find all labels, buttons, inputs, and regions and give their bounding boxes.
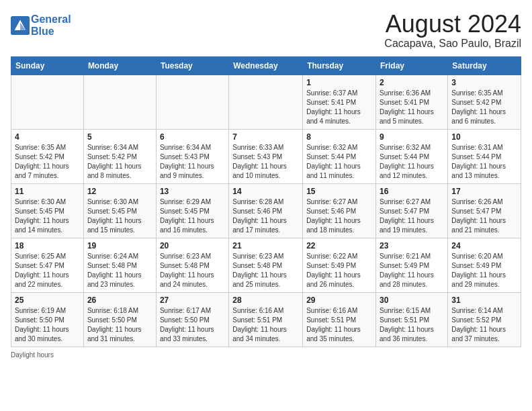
day-number: 4 (15, 132, 80, 142)
day-number: 7 (232, 132, 299, 142)
calendar-cell: 22Sunrise: 6:22 AMSunset: 5:49 PMDayligh… (303, 238, 376, 292)
calendar-cell: 21Sunrise: 6:23 AMSunset: 5:48 PMDayligh… (229, 238, 303, 292)
calendar-cell: 13Sunrise: 6:29 AMSunset: 5:45 PMDayligh… (156, 183, 228, 238)
header-day-monday: Monday (83, 56, 156, 75)
day-number: 29 (306, 295, 372, 305)
calendar-cell (83, 75, 156, 129)
day-number: 27 (160, 295, 225, 305)
location-subtitle: Cacapava, Sao Paulo, Brazil (384, 38, 521, 50)
day-number: 1 (306, 78, 372, 87)
calendar-header-row: SundayMondayTuesdayWednesdayThursdayFrid… (11, 56, 521, 75)
day-info: Sunrise: 6:30 AMSunset: 5:45 PMDaylight:… (87, 197, 152, 235)
day-info: Sunrise: 6:33 AMSunset: 5:43 PMDaylight:… (232, 143, 299, 181)
day-number: 30 (380, 295, 444, 305)
calendar-week-4: 18Sunrise: 6:25 AMSunset: 5:47 PMDayligh… (11, 238, 521, 292)
header-day-thursday: Thursday (303, 56, 376, 75)
day-info: Sunrise: 6:14 AMSunset: 5:52 PMDaylight:… (451, 306, 517, 344)
day-number: 24 (451, 241, 517, 250)
calendar-cell: 10Sunrise: 6:31 AMSunset: 5:44 PMDayligh… (448, 129, 521, 183)
day-info: Sunrise: 6:18 AMSunset: 5:50 PMDaylight:… (87, 306, 152, 344)
day-number: 5 (87, 132, 152, 142)
day-info: Sunrise: 6:35 AMSunset: 5:42 PMDaylight:… (15, 143, 80, 181)
calendar-cell: 30Sunrise: 6:15 AMSunset: 5:51 PMDayligh… (376, 292, 448, 347)
day-info: Sunrise: 6:25 AMSunset: 5:47 PMDaylight:… (15, 252, 80, 289)
day-info: Sunrise: 6:21 AMSunset: 5:49 PMDaylight:… (380, 252, 444, 289)
day-info: Sunrise: 6:15 AMSunset: 5:51 PMDaylight:… (380, 306, 444, 344)
calendar-cell: 27Sunrise: 6:17 AMSunset: 5:50 PMDayligh… (156, 292, 228, 347)
calendar-cell: 8Sunrise: 6:32 AMSunset: 5:44 PMDaylight… (303, 129, 376, 183)
calendar-cell: 18Sunrise: 6:25 AMSunset: 5:47 PMDayligh… (11, 238, 84, 292)
day-number: 18 (15, 241, 80, 250)
day-number: 28 (232, 295, 299, 305)
month-year-title: August 2024 (384, 11, 521, 38)
day-info: Sunrise: 6:32 AMSunset: 5:44 PMDaylight:… (380, 143, 444, 181)
day-info: Sunrise: 6:34 AMSunset: 5:43 PMDaylight:… (160, 143, 225, 181)
page-header: General Blue August 2024 Cacapava, Sao P… (11, 11, 521, 50)
calendar-cell: 20Sunrise: 6:23 AMSunset: 5:48 PMDayligh… (156, 238, 228, 292)
day-number: 23 (380, 241, 444, 250)
day-number: 13 (160, 187, 225, 196)
day-number: 20 (160, 241, 225, 250)
day-number: 17 (451, 187, 517, 196)
calendar-cell (229, 75, 303, 129)
calendar-cell (11, 75, 84, 129)
calendar-cell: 9Sunrise: 6:32 AMSunset: 5:44 PMDaylight… (376, 129, 448, 183)
day-number: 22 (306, 241, 372, 250)
calendar-cell: 14Sunrise: 6:28 AMSunset: 5:46 PMDayligh… (229, 183, 303, 238)
header-day-tuesday: Tuesday (156, 56, 228, 75)
day-number: 16 (380, 187, 444, 196)
calendar-cell: 29Sunrise: 6:16 AMSunset: 5:51 PMDayligh… (303, 292, 376, 347)
calendar-week-2: 4Sunrise: 6:35 AMSunset: 5:42 PMDaylight… (11, 129, 521, 183)
day-info: Sunrise: 6:23 AMSunset: 5:48 PMDaylight:… (232, 252, 299, 289)
day-info: Sunrise: 6:36 AMSunset: 5:41 PMDaylight:… (380, 89, 444, 126)
day-number: 6 (160, 132, 225, 142)
daylight-label: Daylight hours (11, 351, 54, 359)
day-number: 2 (380, 78, 444, 87)
calendar-cell: 28Sunrise: 6:16 AMSunset: 5:51 PMDayligh… (229, 292, 303, 347)
day-number: 21 (232, 241, 299, 250)
calendar-cell: 12Sunrise: 6:30 AMSunset: 5:45 PMDayligh… (83, 183, 156, 238)
header-day-sunday: Sunday (11, 56, 84, 75)
day-info: Sunrise: 6:24 AMSunset: 5:48 PMDaylight:… (87, 252, 152, 289)
day-info: Sunrise: 6:26 AMSunset: 5:47 PMDaylight:… (451, 197, 517, 235)
calendar-cell: 17Sunrise: 6:26 AMSunset: 5:47 PMDayligh… (448, 183, 521, 238)
calendar-cell: 2Sunrise: 6:36 AMSunset: 5:41 PMDaylight… (376, 75, 448, 129)
title-block: August 2024 Cacapava, Sao Paulo, Brazil (384, 11, 521, 50)
logo: General Blue (11, 13, 71, 37)
day-info: Sunrise: 6:17 AMSunset: 5:50 PMDaylight:… (160, 306, 225, 344)
calendar-cell (156, 75, 228, 129)
day-info: Sunrise: 6:19 AMSunset: 5:50 PMDaylight:… (15, 306, 80, 344)
day-number: 12 (87, 187, 152, 196)
day-info: Sunrise: 6:30 AMSunset: 5:45 PMDaylight:… (15, 197, 80, 235)
day-info: Sunrise: 6:16 AMSunset: 5:51 PMDaylight:… (232, 306, 299, 344)
day-number: 15 (306, 187, 372, 196)
calendar-cell: 24Sunrise: 6:20 AMSunset: 5:49 PMDayligh… (448, 238, 521, 292)
day-info: Sunrise: 6:29 AMSunset: 5:45 PMDaylight:… (160, 197, 225, 235)
day-info: Sunrise: 6:34 AMSunset: 5:42 PMDaylight:… (87, 143, 152, 181)
calendar-cell: 3Sunrise: 6:35 AMSunset: 5:42 PMDaylight… (448, 75, 521, 129)
footer: Daylight hours (11, 351, 521, 359)
calendar-week-1: 1Sunrise: 6:37 AMSunset: 5:41 PMDaylight… (11, 75, 521, 129)
calendar-cell: 25Sunrise: 6:19 AMSunset: 5:50 PMDayligh… (11, 292, 84, 347)
day-number: 3 (451, 78, 517, 87)
calendar-cell: 26Sunrise: 6:18 AMSunset: 5:50 PMDayligh… (83, 292, 156, 347)
day-info: Sunrise: 6:27 AMSunset: 5:46 PMDaylight:… (306, 197, 372, 235)
header-day-wednesday: Wednesday (229, 56, 303, 75)
day-number: 25 (15, 295, 80, 305)
day-number: 19 (87, 241, 152, 250)
day-number: 8 (306, 132, 372, 142)
day-number: 31 (451, 295, 517, 305)
calendar-cell: 6Sunrise: 6:34 AMSunset: 5:43 PMDaylight… (156, 129, 228, 183)
day-info: Sunrise: 6:28 AMSunset: 5:46 PMDaylight:… (232, 197, 299, 235)
calendar-week-5: 25Sunrise: 6:19 AMSunset: 5:50 PMDayligh… (11, 292, 521, 347)
day-number: 10 (451, 132, 517, 142)
calendar-table: SundayMondayTuesdayWednesdayThursdayFrid… (11, 56, 521, 347)
calendar-cell: 11Sunrise: 6:30 AMSunset: 5:45 PMDayligh… (11, 183, 84, 238)
day-number: 26 (87, 295, 152, 305)
day-info: Sunrise: 6:22 AMSunset: 5:49 PMDaylight:… (306, 252, 372, 289)
calendar-cell: 1Sunrise: 6:37 AMSunset: 5:41 PMDaylight… (303, 75, 376, 129)
calendar-cell: 15Sunrise: 6:27 AMSunset: 5:46 PMDayligh… (303, 183, 376, 238)
day-number: 14 (232, 187, 299, 196)
header-day-saturday: Saturday (448, 56, 521, 75)
calendar-cell: 16Sunrise: 6:27 AMSunset: 5:47 PMDayligh… (376, 183, 448, 238)
